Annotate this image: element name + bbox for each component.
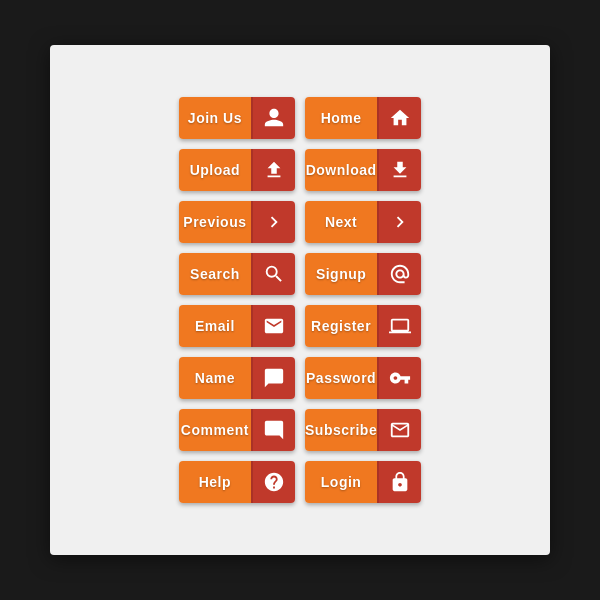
previous-button[interactable]: Previous [179,201,295,243]
password-label: Password [305,357,377,399]
register-icon [377,305,421,347]
login-label: Login [305,461,377,503]
download-button[interactable]: Download [305,149,421,191]
help-label: Help [179,461,251,503]
upload-icon [251,149,295,191]
home-label: Home [305,97,377,139]
name-button[interactable]: Name [179,357,295,399]
email-label: Email [179,305,251,347]
search-label: Search [179,253,251,295]
subscribe-button[interactable]: Subscribe [305,409,421,451]
button-grid: Join Us Home Upload Download Previous Ne… [159,77,441,523]
download-label: Download [305,149,377,191]
signup-icon [377,253,421,295]
comment-label: Comment [179,409,251,451]
signup-button[interactable]: Signup [305,253,421,295]
email-icon [251,305,295,347]
comment-icon [251,409,295,451]
register-label: Register [305,305,377,347]
next-label: Next [305,201,377,243]
button-card: Join Us Home Upload Download Previous Ne… [50,45,550,555]
join-us-icon [251,97,295,139]
signup-label: Signup [305,253,377,295]
previous-label: Previous [179,201,251,243]
name-icon [251,357,295,399]
home-icon [377,97,421,139]
join-us-label: Join Us [179,97,251,139]
password-icon [377,357,421,399]
subscribe-icon [377,409,421,451]
download-icon [377,149,421,191]
subscribe-label: Subscribe [305,409,377,451]
login-icon [377,461,421,503]
help-button[interactable]: Help [179,461,295,503]
search-icon [251,253,295,295]
upload-label: Upload [179,149,251,191]
upload-button[interactable]: Upload [179,149,295,191]
comment-button[interactable]: Comment [179,409,295,451]
help-icon [251,461,295,503]
login-button[interactable]: Login [305,461,421,503]
password-button[interactable]: Password [305,357,421,399]
home-button[interactable]: Home [305,97,421,139]
next-button[interactable]: Next [305,201,421,243]
register-button[interactable]: Register [305,305,421,347]
previous-icon [251,201,295,243]
next-icon [377,201,421,243]
join-us-button[interactable]: Join Us [179,97,295,139]
email-button[interactable]: Email [179,305,295,347]
search-button[interactable]: Search [179,253,295,295]
name-label: Name [179,357,251,399]
